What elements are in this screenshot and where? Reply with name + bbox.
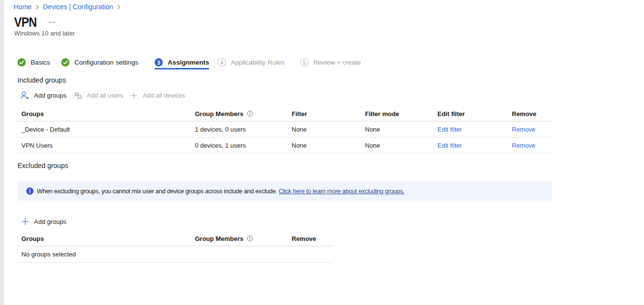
breadcrumb-home-link[interactable]: Home <box>14 3 32 11</box>
step-number: 5 <box>300 58 309 67</box>
step-complete-check-icon <box>17 58 26 67</box>
step-assignments[interactable]: 3 Assignments <box>155 58 209 67</box>
table-row: _Device - Default 1 devices, 0 users Non… <box>17 121 552 137</box>
table-empty-row: No groups selected <box>17 246 332 263</box>
col-group-members: Group Members <box>191 235 288 242</box>
plus-icon <box>130 91 138 100</box>
person-add-icon <box>21 91 29 100</box>
step-label: Assignments <box>168 59 209 66</box>
step-label: Applicability Rules <box>231 59 284 66</box>
col-filter-mode: Filter mode <box>361 110 434 118</box>
assignments-page: Home Devices | Configuration VPN Windows… <box>0 0 644 305</box>
table-row: VPN Users 0 devices, 1 users None None E… <box>17 137 552 153</box>
breadcrumb-devices-configuration-link[interactable]: Devices | Configuration <box>43 3 113 11</box>
cell-filter-mode: None <box>361 142 434 149</box>
excluded-groups-label: Excluded groups <box>17 162 68 169</box>
plus-icon <box>21 218 29 225</box>
toolbar-button-label: Add groups <box>34 92 67 99</box>
toolbar-button-label: Add all devices <box>143 92 185 99</box>
included-groups-label: Included groups <box>17 76 66 84</box>
cell-group-members: 1 devices, 0 users <box>191 126 288 133</box>
breadcrumb: Home Devices | Configuration <box>14 3 124 11</box>
info-icon[interactable] <box>247 236 253 241</box>
cell-filter: None <box>288 126 361 133</box>
step-basics[interactable]: Basics <box>17 58 50 67</box>
edit-filter-link[interactable]: Edit filter <box>437 142 462 149</box>
add-all-users-button[interactable]: Add all users <box>74 91 123 100</box>
step-configuration-settings[interactable]: Configuration settings <box>61 58 138 67</box>
included-groups-table: Groups Group Members Filter Filter mode … <box>17 106 552 153</box>
more-options-icon[interactable] <box>49 22 55 23</box>
info-icon <box>26 187 34 195</box>
banner-learn-more-link[interactable]: Click here to learn more about excluding… <box>278 187 404 195</box>
remove-link[interactable]: Remove <box>512 126 535 133</box>
included-groups-toolbar: Add groups Add all users Add all devices <box>21 91 185 100</box>
chevron-right-icon <box>35 4 39 10</box>
col-groups: Groups <box>17 235 191 242</box>
cell-remove: Remove <box>508 126 552 133</box>
col-edit-filter: Edit filter <box>434 110 508 118</box>
step-complete-check-icon <box>61 58 70 67</box>
cell-edit-filter: Edit filter <box>434 126 508 133</box>
col-filter: Filter <box>288 110 361 118</box>
info-banner: When excluding groups, you cannot mix us… <box>17 181 552 201</box>
people-icon <box>74 91 82 100</box>
col-remove: Remove <box>508 110 552 118</box>
add-groups-button-excluded[interactable]: Add groups <box>21 218 67 225</box>
cell-empty-message: No groups selected <box>17 251 191 258</box>
toolbar-button-label: Add groups <box>34 218 67 225</box>
step-number: 3 <box>155 58 163 67</box>
wizard-steps: Basics Configuration settings 3 Assignme… <box>17 58 361 67</box>
add-all-devices-button[interactable]: Add all devices <box>130 91 185 100</box>
cell-group-name: _Device - Default <box>17 126 191 133</box>
cell-filter: None <box>288 142 361 149</box>
table-header-row: Groups Group Members Filter Filter mode … <box>17 106 552 121</box>
add-groups-button[interactable]: Add groups <box>21 91 67 100</box>
blade-left-edge <box>0 0 4 305</box>
table-header-row: Groups Group Members Remove <box>17 231 332 246</box>
remove-link[interactable]: Remove <box>512 142 535 149</box>
cell-filter-mode: None <box>361 126 434 133</box>
info-icon[interactable] <box>247 111 253 117</box>
banner-text: When excluding groups, you cannot mix us… <box>37 187 404 195</box>
page-subtitle: Windows 10 and later <box>14 30 75 37</box>
col-group-members: Group Members <box>191 110 288 118</box>
cell-group-members: 0 devices, 1 users <box>191 142 288 149</box>
step-applicability-rules[interactable]: 4 Applicability Rules <box>218 58 284 67</box>
step-number: 4 <box>218 58 226 67</box>
excluded-groups-table: Groups Group Members Remove No groups se… <box>17 231 332 263</box>
cell-remove: Remove <box>508 142 552 149</box>
col-remove: Remove <box>288 235 332 242</box>
chevron-right-icon <box>117 4 121 10</box>
cell-edit-filter: Edit filter <box>434 142 508 149</box>
cell-group-name: VPN Users <box>17 142 191 149</box>
edit-filter-link[interactable]: Edit filter <box>437 126 462 133</box>
page-title: VPN <box>14 15 36 30</box>
toolbar-button-label: Add all users <box>87 92 123 99</box>
step-label: Basics <box>31 59 50 66</box>
step-label: Configuration settings <box>74 59 138 66</box>
col-groups: Groups <box>17 110 191 118</box>
step-review-create[interactable]: 5 Review + create <box>300 58 361 67</box>
step-label: Review + create <box>313 59 361 66</box>
